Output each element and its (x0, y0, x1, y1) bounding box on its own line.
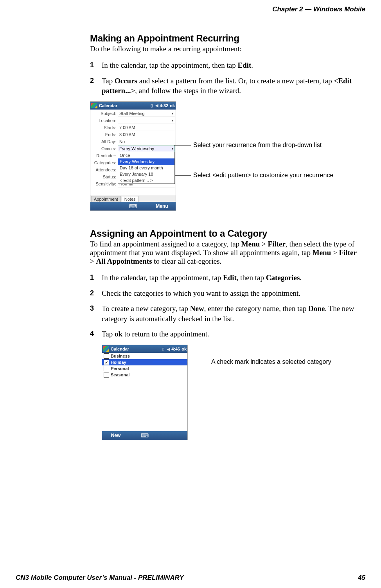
page-footer: CN3 Mobile Computer User’s Manual - PREL… (16, 574, 365, 582)
section-title-recurring: Making an Appointment Recurring (90, 33, 358, 44)
step-number: 1 (90, 60, 94, 70)
keyboard-icon[interactable]: ⌨ (129, 432, 160, 439)
step-text: In the calendar, tap the appointment, th… (102, 61, 237, 69)
step-text: Tap (102, 77, 115, 85)
clock: 4:32 (160, 103, 168, 108)
callout-line (153, 362, 207, 362)
softkey-bar: New ⌨ (102, 431, 187, 440)
dropdown-option-jan18[interactable]: Every January 18 (118, 171, 174, 177)
step-1: 1 In the calendar, tap the appointment, … (90, 273, 358, 283)
label-allday: All Day: (91, 139, 118, 144)
device-titlebar: Calendar ▯ ◀ 4:32 ok (90, 102, 176, 110)
field-occurs[interactable]: Every Wednesday (118, 146, 175, 152)
step-number: 2 (90, 288, 94, 298)
label-sensitivity: Sensitivity: (91, 182, 118, 186)
section-title-category: Assigning an Appointment to a Category (90, 228, 358, 239)
label-occurs: Occurs: (91, 146, 118, 151)
step-2: 2 Check the categories to which you want… (90, 288, 358, 298)
ok-button[interactable]: ok (170, 103, 175, 108)
softkey-menu[interactable]: Menu (148, 203, 176, 209)
step-number: 3 (90, 304, 94, 313)
bold-edit: Edit (237, 61, 251, 69)
field-starts[interactable]: 7:00 AM (118, 124, 175, 131)
signal-icon: ▯ (162, 347, 165, 351)
windows-flag-icon[interactable] (103, 346, 109, 352)
steps-category: 1 In the calendar, tap the appointment, … (90, 273, 358, 339)
figure-categories: Calendar ▯ ◀ 4:46 ok Business ✓Holiday P… (102, 345, 358, 462)
callout-recurrence-dropdown: Select your recurrence from the drop-dow… (193, 142, 322, 149)
occurs-dropdown[interactable]: Once Every Wednesday Day 18 of every mon… (118, 152, 175, 184)
windows-flag-icon[interactable] (91, 103, 97, 108)
step-3: 3 To create a new category, tap New, ent… (90, 304, 358, 324)
ok-button[interactable]: ok (182, 347, 187, 351)
section-intro-category: To find an appointment assigned to a cat… (90, 240, 358, 266)
label-starts: Starts: (91, 125, 118, 130)
category-body: Business ✓Holiday Personal Seasonal (102, 353, 187, 431)
label-status: Status: (91, 174, 118, 179)
label-location: Location: (91, 118, 118, 123)
softkey-bar: ⌨ Menu (90, 202, 176, 210)
checkbox-checked-icon[interactable]: ✓ (104, 360, 109, 365)
step-text: , and follow the steps in the wizard. (135, 86, 241, 95)
footer-page-number: 45 (358, 574, 365, 582)
running-head: Chapter 2 — Windows Mobile (16, 5, 365, 13)
callout-edit-pattern: Select <edit pattern> to customize your … (193, 172, 333, 179)
section-intro-recurring: Do the following to make a recurring app… (90, 45, 358, 53)
checkbox-icon[interactable] (104, 353, 109, 359)
softkey-new[interactable]: New (102, 433, 129, 438)
step-number: 2 (90, 76, 94, 85)
step-text: . (251, 61, 253, 69)
steps-recurring: 1 In the calendar, tap the appointment, … (90, 60, 358, 96)
bold-occurs: Occurs (115, 77, 137, 85)
device-titlebar: Calendar ▯ ◀ 4:46 ok (102, 345, 187, 353)
figure-recurrence: Calendar ▯ ◀ 4:32 ok Subject:Staff Meeti… (90, 101, 358, 219)
footer-manual-title: CN3 Mobile Computer User’s Manual - PREL… (16, 574, 184, 582)
label-attendees: Attendees: (91, 167, 118, 172)
label-categories: Categories: (91, 160, 118, 165)
step-4: 4 Tap ok to return to the appointment. (90, 329, 358, 339)
dropdown-option-once[interactable]: Once (118, 152, 174, 158)
device-categories: Calendar ▯ ◀ 4:46 ok Business ✓Holiday P… (102, 345, 188, 440)
manual-page: Chapter 2 — Windows Mobile Making an App… (0, 0, 381, 588)
category-item-seasonal[interactable]: Seasonal (102, 372, 187, 378)
step-2: 2 Tap Occurs and select a pattern from t… (90, 76, 358, 96)
page-content: Making an Appointment Recurring Do the f… (90, 33, 358, 462)
category-list: Business ✓Holiday Personal Seasonal (102, 353, 187, 378)
dropdown-option-every-wed[interactable]: Every Wednesday (118, 158, 174, 165)
volume-icon: ◀ (155, 103, 158, 108)
dropdown-option-day18[interactable]: Day 18 of every month (118, 165, 174, 171)
tab-appointment[interactable]: Appointment (91, 196, 121, 202)
app-title: Calendar (111, 347, 129, 351)
category-item-business[interactable]: Business (102, 353, 187, 359)
field-location[interactable] (118, 117, 175, 124)
tab-notes[interactable]: Notes (122, 196, 138, 202)
checkbox-icon[interactable] (104, 372, 109, 378)
label-reminder: Reminder: (91, 153, 118, 158)
field-allday[interactable]: No (118, 138, 175, 145)
signal-icon: ▯ (151, 103, 153, 108)
step-number: 1 (90, 273, 94, 282)
dropdown-option-edit-pattern[interactable]: < Edit pattern... > (118, 177, 174, 183)
callout-checkmark: A check mark indicates a selected catego… (211, 358, 331, 365)
checkbox-icon[interactable] (104, 366, 109, 371)
device-calendar-edit: Calendar ▯ ◀ 4:32 ok Subject:Staff Meeti… (90, 101, 176, 211)
label-ends: Ends: (91, 132, 118, 137)
keyboard-icon[interactable]: ⌨ (118, 203, 148, 209)
step-1: 1 In the calendar, tap the appointment, … (90, 60, 358, 70)
category-item-personal[interactable]: Personal (102, 365, 187, 372)
volume-icon: ◀ (167, 347, 170, 351)
step-number: 4 (90, 329, 94, 338)
category-item-holiday[interactable]: ✓Holiday (102, 359, 187, 365)
field-subject[interactable]: Staff Meeting (118, 110, 175, 117)
app-title: Calendar (99, 103, 117, 108)
tabs: Appointment Notes (90, 195, 176, 202)
field-ends[interactable]: 8:00 AM (118, 131, 175, 138)
callout-line (174, 175, 191, 176)
label-subject: Subject: (91, 111, 118, 116)
step-text: and select a pattern from the list. Or, … (137, 77, 334, 85)
appointment-form: Subject:Staff Meeting Location: Starts:7… (90, 110, 176, 195)
clock: 4:46 (171, 347, 180, 351)
callout-line (174, 145, 191, 146)
